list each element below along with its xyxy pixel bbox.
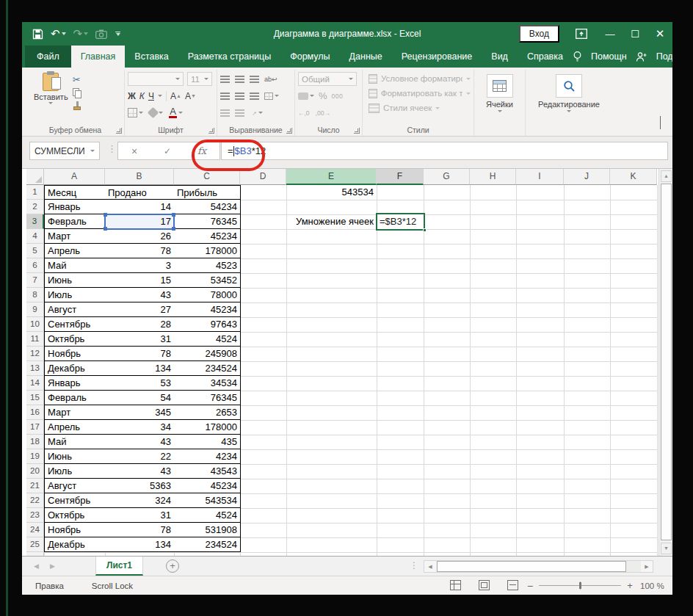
row-header-25[interactable]: 25 bbox=[26, 537, 44, 552]
align-middle-icon[interactable] bbox=[235, 76, 244, 83]
vertical-scrollbar-thumb[interactable] bbox=[661, 184, 672, 540]
cell-C18[interactable]: 435 bbox=[174, 435, 241, 449]
paste-button[interactable]: Вставить bbox=[29, 71, 73, 111]
cell-C15[interactable]: 76345 bbox=[174, 391, 241, 405]
italic-button[interactable]: К bbox=[139, 91, 145, 101]
column-header-H[interactable]: H bbox=[470, 169, 516, 185]
editing-button[interactable]: Редактирование bbox=[529, 73, 609, 114]
formula-input[interactable]: =$B3*12 bbox=[221, 142, 668, 160]
customize-qat-icon[interactable] bbox=[115, 32, 120, 37]
cell-C25[interactable]: 234524 bbox=[174, 537, 241, 552]
row-header-8[interactable]: 8 bbox=[26, 288, 44, 302]
spreadsheet-grid[interactable]: =$B3*12 ABCDEFGHIJK123456789101112131415… bbox=[22, 169, 658, 556]
cell-B10[interactable]: 28 bbox=[105, 317, 175, 332]
cell-B13[interactable]: 134 bbox=[105, 361, 175, 376]
row-header-17[interactable]: 17 bbox=[26, 420, 44, 435]
maximize-button[interactable]: ☐ bbox=[623, 22, 647, 46]
cell-B12[interactable]: 78 bbox=[105, 347, 175, 361]
cell-C13[interactable]: 234524 bbox=[174, 361, 241, 376]
cell-B2[interactable]: 14 bbox=[105, 200, 175, 214]
cell-B18[interactable]: 43 bbox=[105, 435, 175, 449]
row-header-19[interactable]: 19 bbox=[26, 449, 44, 464]
sheet-tab-list1[interactable]: Лист1 bbox=[95, 557, 143, 576]
column-header-G[interactable]: G bbox=[424, 169, 470, 185]
zoom-level[interactable]: 100 % bbox=[640, 576, 664, 595]
row-header-21[interactable]: 21 bbox=[26, 479, 44, 493]
next-sheet-icon[interactable]: ▶ bbox=[50, 557, 55, 576]
cell-C5[interactable]: 178000 bbox=[174, 244, 241, 258]
cell-A10[interactable]: Сентябрь bbox=[44, 317, 106, 332]
cell-A23[interactable]: Октябрь bbox=[44, 508, 106, 523]
row-header-11[interactable]: 11 bbox=[26, 332, 44, 347]
cell-A7[interactable]: Июнь bbox=[44, 273, 106, 288]
row-header-9[interactable]: 9 bbox=[26, 302, 44, 317]
conditional-formatting-button[interactable]: Условное форматирование bbox=[369, 71, 471, 86]
cell-A22[interactable]: Сентябрь bbox=[44, 493, 106, 508]
percent-style-button[interactable]: % bbox=[319, 90, 327, 101]
column-header-I[interactable]: I bbox=[516, 169, 564, 185]
cell-A18[interactable]: Май bbox=[44, 435, 106, 449]
fill-color-button[interactable] bbox=[149, 109, 163, 117]
horizontal-scrollbar-thumb[interactable] bbox=[437, 561, 626, 572]
align-left-icon[interactable] bbox=[220, 93, 230, 100]
page-break-view-icon[interactable] bbox=[507, 580, 518, 590]
column-header-B[interactable]: B bbox=[105, 169, 174, 185]
cell-A17[interactable]: Апрель bbox=[44, 420, 106, 435]
cell-C17[interactable]: 178000 bbox=[174, 420, 241, 435]
scroll-up-icon[interactable]: ▲ bbox=[661, 170, 672, 182]
cell-A13[interactable]: Декабрь bbox=[44, 361, 106, 376]
underline-button[interactable]: Ч bbox=[148, 91, 154, 101]
cell-B9[interactable]: 27 bbox=[105, 302, 175, 317]
scroll-right-icon[interactable]: ▶ bbox=[641, 561, 653, 572]
tab-page-layout[interactable]: Разметка страницы bbox=[178, 46, 280, 68]
cell-A19[interactable]: Июнь bbox=[44, 449, 106, 464]
select-all-corner[interactable] bbox=[26, 169, 44, 185]
cell-C16[interactable]: 2653 bbox=[174, 405, 241, 420]
wrap-text-button[interactable]: ab↩ bbox=[264, 76, 277, 83]
copy-icon[interactable] bbox=[73, 88, 82, 98]
column-header-E[interactable]: E bbox=[286, 169, 377, 185]
column-header-A[interactable]: A bbox=[44, 169, 105, 185]
cell-B21[interactable]: 5363 bbox=[105, 479, 175, 493]
cell-A9[interactable]: Август bbox=[44, 302, 106, 317]
cell-A16[interactable]: Март bbox=[44, 405, 106, 420]
row-header-26[interactable]: 26 bbox=[26, 552, 44, 556]
format-painter-icon[interactable] bbox=[73, 101, 82, 111]
column-header-F[interactable]: F bbox=[377, 169, 424, 185]
share-button[interactable]: Поделиться bbox=[650, 51, 672, 62]
row-header-4[interactable]: 4 bbox=[26, 229, 44, 244]
cell-B7[interactable]: 15 bbox=[105, 273, 175, 288]
cell-A24[interactable]: Ноябрь bbox=[44, 523, 106, 537]
insert-function-icon[interactable]: fx bbox=[197, 145, 206, 156]
cell-A1[interactable]: Месяц bbox=[44, 185, 106, 200]
cell-C1[interactable]: Прибыль bbox=[174, 185, 241, 200]
close-button[interactable]: ✕ bbox=[647, 22, 672, 46]
vertical-scrollbar[interactable]: ▲ ▼ bbox=[658, 169, 672, 556]
cell-A15[interactable]: Февраль bbox=[44, 391, 106, 405]
name-box-dropdown-icon[interactable] bbox=[90, 150, 95, 152]
cell-B11[interactable]: 31 bbox=[105, 332, 175, 347]
tab-insert[interactable]: Вставка bbox=[125, 46, 178, 68]
shrink-font-button[interactable]: А▼ bbox=[185, 91, 196, 101]
decrease-indent-icon[interactable] bbox=[220, 109, 230, 117]
cell-C2[interactable]: 54234 bbox=[174, 200, 241, 214]
cell-B17[interactable]: 34 bbox=[105, 420, 175, 435]
row-header-22[interactable]: 22 bbox=[26, 493, 44, 508]
cell-B1[interactable]: Продано bbox=[105, 185, 175, 200]
font-color-button[interactable]: А bbox=[169, 107, 183, 118]
cell-A25[interactable]: Декабрь bbox=[44, 537, 106, 552]
column-header-K[interactable]: K bbox=[610, 169, 657, 185]
clipboard-dialog-launcher-icon[interactable] bbox=[116, 128, 122, 134]
cell-C10[interactable]: 97643 bbox=[174, 317, 241, 332]
grow-font-button[interactable]: А▲ bbox=[170, 91, 181, 101]
cell-C12[interactable]: 245908 bbox=[174, 347, 241, 361]
comma-style-button[interactable]: 000 bbox=[332, 93, 344, 100]
column-header-J[interactable]: J bbox=[564, 169, 610, 185]
row-header-3[interactable]: 3 bbox=[26, 214, 44, 229]
zoom-in-icon[interactable]: + bbox=[627, 580, 633, 591]
cell-B19[interactable]: 22 bbox=[105, 449, 175, 464]
cell-styles-button[interactable]: Стили ячеек bbox=[369, 101, 471, 115]
cell-B16[interactable]: 345 bbox=[105, 405, 175, 420]
zoom-out-icon[interactable]: − bbox=[527, 580, 533, 592]
font-name-dropdown[interactable] bbox=[128, 72, 184, 86]
